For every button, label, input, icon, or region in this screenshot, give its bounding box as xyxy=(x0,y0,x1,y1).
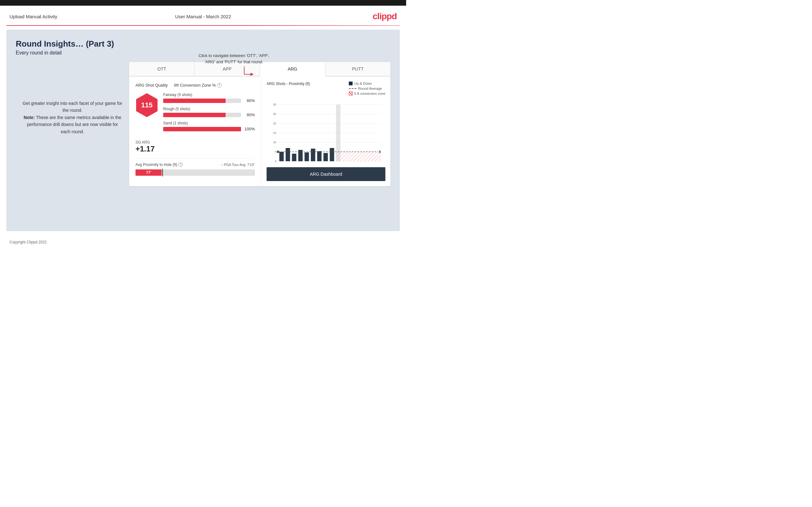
note-label: Note: xyxy=(23,115,35,120)
panel-divider xyxy=(136,158,255,159)
sg-value: +1.17 xyxy=(136,145,255,153)
clippd-logo: clippd xyxy=(373,11,397,21)
arg-shot-quality-label: ARG Shot Quality xyxy=(136,83,168,88)
proximity-section: Avg Proximity to Hole (ft) ? ↑ PGA Tour … xyxy=(136,163,255,176)
svg-rect-28 xyxy=(336,105,341,161)
tab-ott[interactable]: OTT xyxy=(129,62,195,76)
svg-point-30 xyxy=(277,151,280,153)
svg-text:8: 8 xyxy=(379,150,381,154)
legend-dashed-icon xyxy=(349,88,356,89)
shot-row-sand: Sand (1 shots) 100% xyxy=(163,121,255,131)
svg-rect-24 xyxy=(311,149,315,161)
legend-up-down: Up & Down xyxy=(349,81,385,86)
svg-text:15: 15 xyxy=(273,131,276,134)
svg-text:20: 20 xyxy=(273,122,276,125)
upload-manual-label: Upload Manual Activity xyxy=(9,14,57,19)
hex-badge: 115 xyxy=(136,93,158,118)
shot-row-fairway: Fairway (5 shots) 80% xyxy=(163,93,255,103)
conversion-help-icon[interactable]: ? xyxy=(217,83,221,88)
insight-text: Get greater insight into each facet of y… xyxy=(16,100,129,135)
tab-putt[interactable]: PUTT xyxy=(325,62,391,76)
header-divider xyxy=(6,25,400,26)
sg-section: SG ARG +1.17 xyxy=(136,140,255,153)
header: Upload Manual Activity User Manual - Mar… xyxy=(0,6,406,25)
arg-dashboard-button[interactable]: ARG Dashboard xyxy=(266,167,385,181)
tab-arg[interactable]: ARG xyxy=(260,62,325,76)
proximity-label: Avg Proximity to Hole (ft) xyxy=(136,163,177,167)
panel-body: ARG Shot Quality 6ft Conversion Zone % ?… xyxy=(129,76,391,186)
left-section: Get greater insight into each facet of y… xyxy=(16,62,129,186)
svg-rect-20 xyxy=(286,148,290,161)
svg-rect-26 xyxy=(323,153,328,161)
svg-text:25: 25 xyxy=(273,112,276,116)
chart-area: 0 5 10 15 20 25 30 xyxy=(266,99,385,162)
nav-hint-text: Click to navigate between 'OTT', 'APP','… xyxy=(199,53,269,65)
svg-rect-25 xyxy=(317,151,322,161)
rough-percent: 80% xyxy=(244,112,255,117)
proximity-value: 77' xyxy=(146,170,151,175)
chart-legend: Up & Down Round Average 6 ft conversion … xyxy=(349,81,385,96)
proximity-help-icon[interactable]: ? xyxy=(179,163,183,167)
svg-text:10: 10 xyxy=(273,141,276,144)
svg-text:0: 0 xyxy=(275,160,277,162)
shot-row-rough: Rough (5 shots) 80% xyxy=(163,107,255,117)
user-manual-date: User Manual - March 2022 xyxy=(175,14,231,19)
chart-svg: 0 5 10 15 20 25 30 xyxy=(266,99,385,162)
legend-conversion-zone: 6 ft conversion zone xyxy=(349,92,385,96)
legend-square-icon xyxy=(349,81,353,86)
chart-header: ARG Shots - Proximity (ft) Up & Down Rou… xyxy=(266,81,385,96)
sg-label: SG ARG xyxy=(136,140,255,145)
right-panel: OTT APP ARG PUTT ARG Shot Quality 6ft Co… xyxy=(129,62,391,186)
svg-rect-23 xyxy=(305,153,309,161)
legend-round-avg: Round Average xyxy=(349,87,385,91)
svg-text:5: 5 xyxy=(275,150,277,153)
conversion-label: 6ft Conversion Zone % ? xyxy=(174,83,221,88)
top-bar xyxy=(0,0,406,6)
pga-avg: ↑ PGA Tour Avg: 7'10" xyxy=(221,163,255,167)
svg-rect-21 xyxy=(292,154,297,161)
hex-number: 115 xyxy=(141,101,153,109)
panel-right: ARG Shots - Proximity (ft) Up & Down Rou… xyxy=(261,76,391,186)
proximity-bar-track: 77' xyxy=(136,169,255,176)
panel-left: ARG Shot Quality 6ft Conversion Zone % ?… xyxy=(129,76,261,186)
fairway-percent: 80% xyxy=(244,98,255,103)
main-content: Round Insights… (Part 3) Every round in … xyxy=(6,30,400,231)
shot-quality-section: Fairway (5 shots) 80% Rough (5 shots) xyxy=(163,93,255,135)
svg-text:30: 30 xyxy=(273,103,276,106)
content-layout: Get greater insight into each facet of y… xyxy=(16,62,391,186)
sand-percent: 100% xyxy=(244,127,255,131)
svg-rect-27 xyxy=(330,148,334,161)
svg-rect-18 xyxy=(336,152,381,161)
chart-title: ARG Shots - Proximity (ft) xyxy=(266,81,310,86)
arg-header: ARG Shot Quality 6ft Conversion Zone % ? xyxy=(136,83,255,88)
copyright: Copyright Clippd 2021 xyxy=(0,235,406,249)
legend-hatch-icon xyxy=(349,92,353,96)
svg-rect-19 xyxy=(280,152,284,161)
svg-marker-2 xyxy=(251,73,254,76)
page-title: Round Insights… (Part 3) xyxy=(16,39,391,49)
